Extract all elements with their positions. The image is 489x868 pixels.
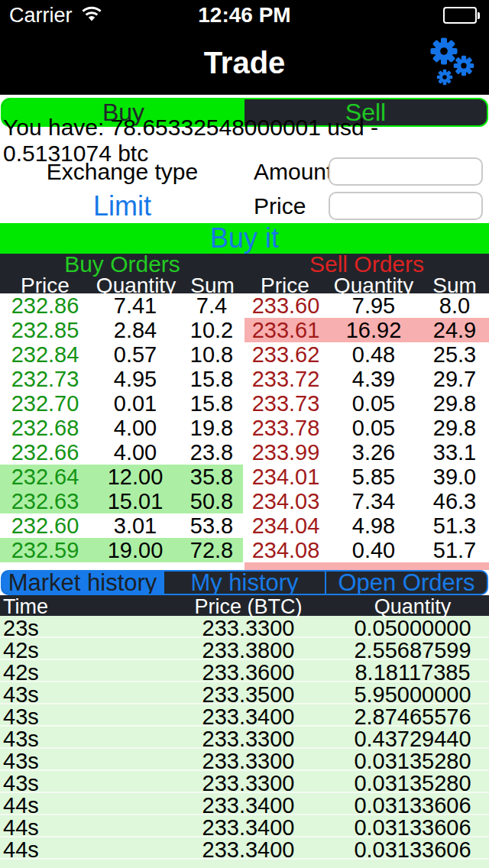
order-book-row[interactable]: 232.734.9515.8233.724.3929.7: [0, 367, 489, 391]
buy-price: 232.66: [0, 440, 90, 465]
sell-price: 233.72: [244, 367, 327, 392]
sell-quantity: 5.85: [327, 465, 420, 490]
sell-sum: 24.9: [420, 318, 489, 343]
amount-input[interactable]: [329, 157, 483, 186]
buy-side: 232.840.5710.8: [0, 342, 243, 367]
sell-sum: 29.7: [420, 367, 489, 392]
buy-side: 232.684.0019.8: [0, 416, 243, 440]
history-rows: 23s233.33000.0500000042s233.38002.556875…: [0, 616, 489, 860]
history-row: 43s233.33000.43729440: [0, 727, 489, 749]
buy-side: 232.5919.0072.8: [0, 538, 243, 562]
tab-my-history[interactable]: My history: [163, 572, 325, 594]
history-row: 43s233.33000.03135280: [0, 771, 489, 793]
sell-quantity: 0.40: [327, 538, 420, 563]
order-book-row[interactable]: 232.603.0153.8234.044.9851.3: [0, 513, 489, 538]
sell-sum: 39.0: [420, 465, 489, 490]
buy-price: 232.68: [0, 416, 90, 441]
order-book-row[interactable]: 232.684.0019.8233.780.0529.8: [0, 416, 489, 440]
sell-orders-title: Sell Orders: [244, 254, 489, 274]
buy-side: 232.664.0023.8: [0, 440, 243, 465]
buy-quantity: 15.01: [90, 489, 180, 514]
order-book-row[interactable]: 232.6412.0035.8234.015.8539.0: [0, 465, 489, 489]
exchange-type-label: Exchange type: [0, 159, 244, 185]
tab-market-history[interactable]: Market history: [2, 572, 163, 594]
sell-side: 234.080.4051.7: [244, 538, 489, 562]
buy-quantity: 19.00: [90, 538, 180, 563]
sell-quantity: 3.26: [327, 440, 420, 465]
sell-price: 233.99: [244, 440, 327, 465]
sell-side: 233.724.3929.7: [244, 367, 489, 391]
buy-quantity: 12.00: [90, 465, 180, 490]
order-book-row[interactable]: 232.6315.0150.8234.037.3446.3: [0, 489, 489, 513]
tab-open-orders[interactable]: Open Orders: [325, 572, 487, 594]
buy-sum: 10.8: [180, 342, 243, 368]
buy-quantity: 0.01: [90, 391, 180, 416]
history-row: 43s233.34002.87465576: [0, 704, 489, 727]
buy-quantity: 7.41: [90, 293, 180, 319]
buy-quantity: 0.57: [90, 342, 180, 368]
status-bar: Carrier 12:46 PM: [0, 0, 489, 31]
buy-price: 232.63: [0, 489, 90, 514]
buy-orders-title: Buy Orders: [0, 254, 244, 274]
sell-price: 233.62: [244, 342, 327, 368]
history-table-header: Time Price (BTC) Quantity: [0, 595, 489, 616]
sell-side: 233.730.0529.8: [244, 391, 489, 416]
balance-text: You have: 78.65332548000001 usd - 0.5131…: [0, 127, 489, 154]
buy-price: 232.86: [0, 293, 90, 319]
sell-quantity: 7.34: [327, 489, 420, 514]
sell-side: 234.037.3446.3: [244, 489, 489, 513]
sell-price: 233.61: [244, 318, 327, 343]
sell-sum: 25.3: [420, 342, 489, 368]
buy-price: 232.59: [0, 538, 90, 563]
sell-sum: 51.7: [420, 538, 489, 563]
sell-side: 233.607.958.0: [244, 293, 489, 318]
sell-quantity: 0.05: [327, 391, 420, 416]
sell-quantity: 0.48: [327, 342, 420, 368]
sell-quantity: 16.92: [327, 318, 420, 343]
history-segmented: Market history My history Open Orders: [1, 570, 488, 595]
buy-side: 232.734.9515.8: [0, 367, 243, 391]
buy-side: 232.700.0115.8: [0, 391, 243, 416]
sell-side: 234.015.8539.0: [244, 465, 489, 489]
settings-gears-icon[interactable]: [425, 35, 477, 92]
sell-price: 234.08: [244, 538, 327, 563]
buy-price: 232.84: [0, 342, 90, 368]
submit-order-button[interactable]: Buy it: [0, 223, 489, 254]
price-input[interactable]: [329, 192, 483, 220]
sell-sum: 29.8: [420, 416, 489, 441]
buy-quantity: 4.95: [90, 367, 180, 392]
sell-sum: 51.3: [420, 513, 489, 539]
history-price: 233.3400: [160, 837, 336, 863]
buy-sum: 72.8: [180, 538, 243, 563]
buy-price: 232.60: [0, 513, 90, 539]
buy-quantity: 4.00: [90, 440, 180, 465]
order-book-row[interactable]: 232.867.417.4233.607.958.0: [0, 293, 489, 318]
sell-price: 233.73: [244, 391, 327, 416]
buy-side: 232.6412.0035.8: [0, 465, 243, 489]
order-book-row[interactable]: 232.840.5710.8233.620.4825.3: [0, 342, 489, 367]
exchange-type-value-link[interactable]: Limit: [93, 190, 151, 222]
order-book-row[interactable]: 232.664.0023.8233.993.2633.1: [0, 440, 489, 465]
sell-price: 234.01: [244, 465, 327, 490]
order-book-row[interactable]: 232.700.0115.8233.730.0529.8: [0, 391, 489, 416]
buy-sum: 10.2: [180, 318, 243, 343]
buy-sum: 50.8: [180, 489, 243, 514]
buy-price: 232.85: [0, 318, 90, 343]
order-form: Exchange type Amount Limit Price: [0, 154, 489, 223]
history-row: 44s233.34000.03133606: [0, 837, 489, 860]
sell-sum: 8.0: [420, 293, 489, 319]
sell-side: 233.6116.9224.9: [244, 318, 489, 342]
buy-price: 232.73: [0, 367, 90, 392]
sell-quantity: 0.05: [327, 416, 420, 441]
buy-sum: 15.8: [180, 367, 243, 392]
order-book-row[interactable]: 232.5919.0072.8234.080.4051.7: [0, 538, 489, 562]
order-book-header: Buy Orders Sell Orders Price Quantity Su…: [0, 254, 489, 293]
buy-side: 232.867.417.4: [0, 293, 243, 318]
sell-quantity: 4.98: [327, 513, 420, 539]
clock: 12:46 PM: [0, 3, 489, 28]
order-book-row[interactable]: 232.852.8410.2233.6116.9224.9: [0, 318, 489, 342]
buy-side: 232.6315.0150.8: [0, 489, 243, 513]
sell-side: 233.620.4825.3: [244, 342, 489, 367]
history-row: 43s233.33000.03135280: [0, 749, 489, 771]
sell-quantity: 7.95: [327, 293, 420, 319]
